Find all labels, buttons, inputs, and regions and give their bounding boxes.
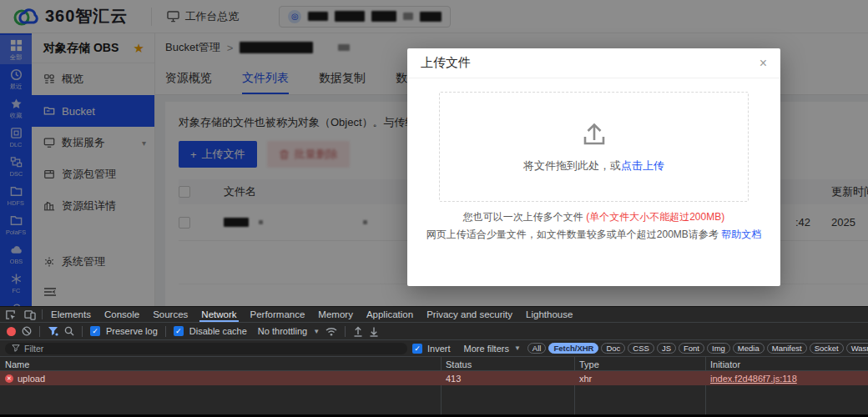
export-har-icon[interactable] [369, 326, 379, 337]
chip-media[interactable]: Media [733, 343, 765, 354]
chevron-down-icon: ▼ [313, 328, 320, 335]
filter-toggle-icon[interactable] [48, 326, 58, 336]
filter-placeholder: Filter [24, 344, 43, 354]
dialog-header: 上传文件 × [407, 48, 780, 78]
request-type: xhr [579, 371, 592, 385]
devtools-tab-elements[interactable]: Elements [44, 307, 98, 322]
disable-cache-label: Disable cache [189, 326, 247, 336]
size-limit-warning: (单个文件大小不能超过200MB) [586, 211, 724, 223]
devtools-tab-privacy[interactable]: Privacy and security [420, 307, 519, 322]
device-toolbar-icon[interactable] [20, 307, 40, 322]
error-icon: ✕ [5, 374, 13, 383]
preserve-log-checkbox[interactable]: ✓ [90, 326, 100, 336]
column-status[interactable]: Status [446, 357, 472, 371]
request-name[interactable]: upload [18, 374, 45, 384]
file-dropzone[interactable]: 将文件拖到此处，或点击上传 [439, 92, 749, 202]
upload-dialog: 上传文件 × 将文件拖到此处，或点击上传 您也可以一次上传多个文件 (单个文件大… [407, 48, 780, 286]
inspect-element-icon[interactable] [0, 307, 20, 322]
failed-request-row[interactable]: ✕ upload 413 xhr index.f2d486f7.js:118 [0, 371, 868, 385]
close-icon[interactable]: × [760, 57, 767, 70]
import-har-icon[interactable] [353, 326, 363, 337]
console-page: 360智汇云 工作台总览 ◎ 全部 最近 [0, 0, 868, 306]
preserve-log-label: Preserve log [106, 326, 158, 336]
devtools-tab-network[interactable]: Network [194, 307, 243, 322]
network-table-header: Name Status Type Initiator [0, 357, 868, 371]
invert-checkbox[interactable]: ✓ [412, 344, 422, 354]
upload-icon [579, 120, 609, 147]
devtools-tab-console[interactable]: Console [98, 307, 146, 322]
chip-all[interactable]: All [527, 343, 547, 354]
help-doc-link[interactable]: 帮助文档 [721, 229, 761, 240]
funnel-icon [12, 344, 20, 352]
network-request-table: Name Status Type Initiator ✕ upload 413 … [0, 357, 868, 414]
request-initiator-link[interactable]: index.f2d486f7.js:118 [710, 371, 797, 385]
clear-icon[interactable] [22, 326, 32, 336]
click-upload-link[interactable]: 点击上传 [621, 159, 664, 172]
invert-label: Invert [427, 344, 451, 354]
network-toolbar: ✓ Preserve log ✓ Disable cache No thrott… [0, 323, 868, 340]
dropzone-hint: 将文件拖到此处，或 [523, 159, 621, 172]
dialog-title: 上传文件 [421, 55, 471, 71]
devtools-tab-memory[interactable]: Memory [311, 307, 360, 322]
disable-cache-checkbox[interactable]: ✓ [174, 326, 184, 336]
search-icon[interactable] [64, 326, 74, 336]
chip-css[interactable]: CSS [628, 343, 654, 354]
chip-manifest[interactable]: Manifest [767, 343, 807, 354]
chip-socket[interactable]: Socket [810, 343, 844, 354]
throttling-select[interactable]: No throttling [258, 326, 307, 336]
help-note: 网页上传适合少量文件，如文件数量较多或单个超过200MB请参考 帮助文档 [407, 228, 780, 242]
request-type-chips: All Fetch/XHR Doc CSS JS Font Img Media … [527, 343, 868, 354]
filter-input[interactable]: Filter [5, 343, 407, 354]
more-filters-button[interactable]: More filters [464, 344, 509, 354]
column-initiator[interactable]: Initiator [710, 357, 740, 371]
devtools-tab-performance[interactable]: Performance [244, 307, 312, 322]
column-type[interactable]: Type [579, 357, 599, 371]
size-limit-note: 您也可以一次上传多个文件 (单个文件大小不能超过200MB) [407, 210, 780, 224]
chip-doc[interactable]: Doc [601, 343, 625, 354]
request-status: 413 [446, 371, 461, 385]
chip-js[interactable]: JS [657, 343, 676, 354]
devtools-tabbar: Elements Console Sources Network Perform… [0, 307, 868, 323]
chevron-down-icon: ▼ [514, 344, 521, 352]
devtools-tab-application[interactable]: Application [360, 307, 420, 322]
chip-wasm[interactable]: Wasm [846, 343, 868, 354]
network-conditions-icon[interactable] [326, 327, 337, 336]
network-filterbar: Filter ✓ Invert More filters ▼ All Fetch… [0, 340, 868, 357]
record-button[interactable] [7, 327, 16, 336]
column-name[interactable]: Name [5, 357, 29, 371]
chip-font[interactable]: Font [679, 343, 704, 354]
chip-fetch-xhr[interactable]: Fetch/XHR [548, 343, 598, 354]
chip-img[interactable]: Img [707, 343, 730, 354]
devtools-tab-lighthouse[interactable]: Lighthouse [519, 307, 579, 322]
devtools-panel: Elements Console Sources Network Perform… [0, 306, 868, 417]
devtools-tab-sources[interactable]: Sources [146, 307, 194, 322]
